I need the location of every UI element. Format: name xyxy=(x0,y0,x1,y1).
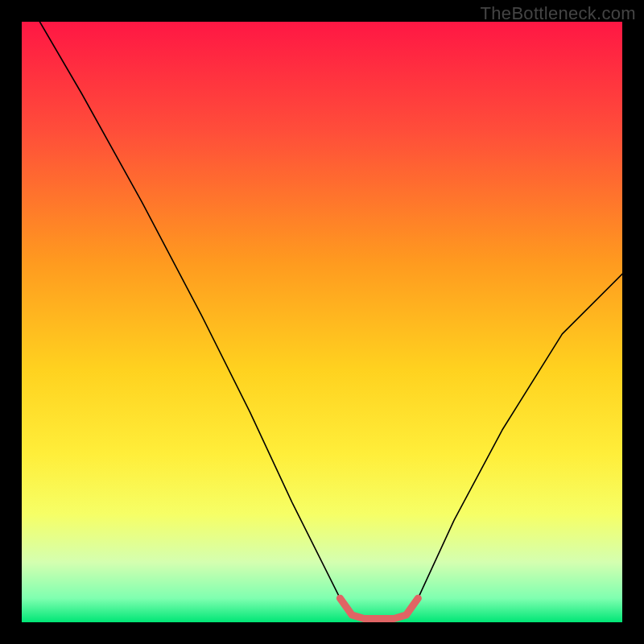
bottleneck-chart xyxy=(22,22,622,622)
gradient-background xyxy=(22,22,622,622)
watermark-text: TheBottleneck.com xyxy=(481,3,636,24)
chart-svg xyxy=(22,22,622,622)
